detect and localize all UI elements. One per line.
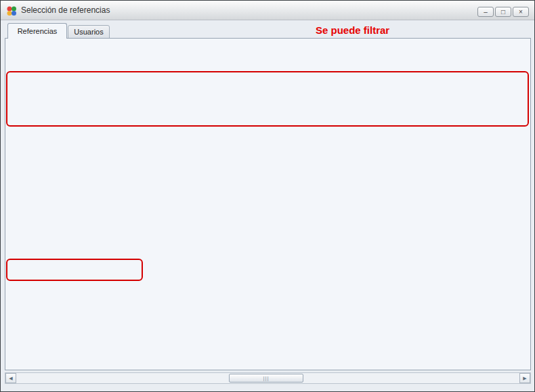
- dialog-horizontal-scrollbar[interactable]: ◀ ||| ▶: [5, 372, 531, 384]
- app-icon: [6, 5, 17, 16]
- window-title: Selección de referencias: [21, 5, 110, 15]
- dialog-window: Selección de referencias – □ × Referenci…: [0, 0, 535, 392]
- scroll-right-icon[interactable]: ▶: [519, 373, 530, 383]
- maximize-button[interactable]: □: [495, 7, 511, 17]
- close-button[interactable]: ×: [513, 7, 529, 17]
- scrollbar-thumb[interactable]: |||: [229, 374, 303, 383]
- tab-referencias[interactable]: Referencias: [7, 23, 67, 39]
- title-bar[interactable]: Selección de referencias – □ ×: [1, 1, 534, 20]
- tab-usuarios[interactable]: Usuarios: [68, 25, 110, 39]
- minimize-button[interactable]: –: [477, 7, 494, 17]
- annotation-filter-note: Se puede filtrar: [316, 24, 389, 36]
- scroll-left-icon[interactable]: ◀: [5, 373, 16, 383]
- filter-panel-highlight: [6, 71, 529, 127]
- add-all-highlight: [6, 259, 143, 281]
